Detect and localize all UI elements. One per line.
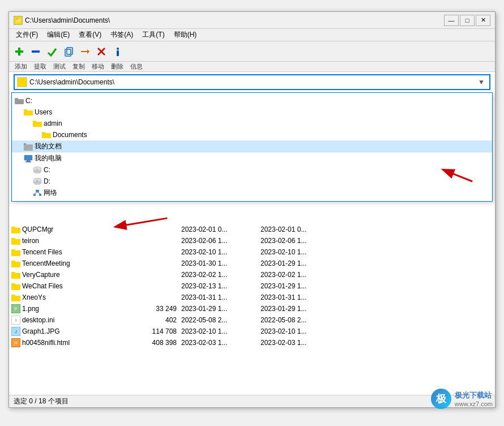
table-row[interactable]: VeryCapture 2023-02-02 1... 2023-02-02 1… [9, 269, 495, 280]
menu-bookmark[interactable]: 书签(A) [106, 29, 138, 41]
file-size-10: 408 398 [136, 339, 181, 347]
watermark: 极 极光下载站 www.xz7.com [431, 389, 493, 409]
table-row[interactable]: TencentMeeting 2023-01-30 1... 2023-01-2… [9, 258, 495, 269]
add-button[interactable] [11, 44, 27, 59]
file-name-verycapture: VeryCapture [11, 271, 136, 279]
svg-rect-18 [33, 121, 36, 122]
svg-point-9 [117, 48, 119, 50]
svg-rect-24 [27, 160, 30, 161]
path-dropdown[interactable]: C: Users admin [11, 92, 493, 202]
delete-button[interactable] [93, 44, 109, 59]
menu-help[interactable]: 帮助(H) [169, 29, 202, 41]
tree-item-mypc[interactable]: 我的电脑 [12, 152, 492, 164]
svg-rect-46 [11, 261, 15, 262]
file-date1-0: 2023-02-01 0... [181, 225, 260, 233]
tree-item-mydocs[interactable]: 我的文档 [12, 140, 492, 152]
tree-item-documents[interactable]: Documents [12, 129, 492, 140]
table-row[interactable]: Tencent Files 2023-02-10 1... 2023-02-10… [9, 246, 495, 258]
svg-rect-11 [18, 80, 26, 86]
menu-file[interactable]: 文件(F) [11, 29, 42, 41]
file-date2-2: 2023-02-10 1... [260, 248, 340, 256]
info-button[interactable] [110, 44, 126, 59]
file-date1-1: 2023-02-06 1... [181, 237, 260, 245]
close-button[interactable]: ✕ [476, 15, 490, 26]
tree-label-users: Users [35, 108, 52, 116]
file-size-8: 402 [136, 316, 181, 324]
table-row[interactable]: I desktop.ini 402 2022-05-08 2... 2022-0… [9, 314, 495, 326]
label-delete: 删除 [109, 62, 126, 71]
svg-rect-1 [15, 50, 23, 53]
address-input[interactable] [29, 78, 473, 86]
address-dropdown-button[interactable]: ▼ [476, 75, 487, 89]
address-bar-container: ▼ [9, 72, 495, 92]
watermark-logo: 极 [431, 389, 451, 409]
file-date1-3: 2023-01-30 1... [181, 259, 260, 267]
watermark-text: 极光下载站 www.xz7.com [455, 390, 493, 407]
minimize-button[interactable]: — [444, 15, 459, 26]
folder-documents-icon [41, 130, 52, 139]
window-controls: — □ ✕ [444, 15, 490, 26]
tree-label-c-root: C: [25, 97, 32, 105]
svg-rect-2 [32, 50, 40, 53]
table-row[interactable]: H h00458nifli.html 408 398 2023-02-03 1.… [9, 337, 495, 348]
svg-rect-41 [11, 239, 20, 245]
file-date2-9: 2023-02-10 1... [260, 327, 340, 335]
file-date2-6: 2023-01-31 1... [260, 293, 340, 301]
svg-rect-15 [24, 110, 33, 116]
svg-rect-22 [24, 144, 33, 151]
folder-users-icon [23, 108, 33, 117]
folder-mydocs-icon [23, 142, 33, 151]
file-date2-8: 2022-05-08 2... [260, 316, 340, 324]
tree-label-mypc: 我的电脑 [35, 154, 62, 163]
toolbar [9, 41, 495, 62]
svg-rect-49 [11, 284, 20, 290]
tree-item-c2[interactable]: C C: [12, 164, 492, 176]
table-row[interactable]: P 1.png 33 249 2023-01-29 1... 2023-01-2… [9, 303, 495, 314]
svg-rect-35 [33, 194, 36, 196]
svg-rect-36 [39, 194, 41, 196]
svg-rect-44 [11, 249, 15, 251]
label-extract: 提取 [32, 62, 49, 71]
svg-rect-39 [11, 228, 20, 233]
svg-line-37 [35, 192, 37, 194]
maximize-button[interactable]: □ [460, 15, 475, 26]
file-date1-9: 2023-02-10 1... [181, 327, 260, 335]
main-content: C: Users admin [9, 92, 495, 395]
tree-item-users[interactable]: Users [12, 107, 492, 118]
menu-view[interactable]: 查看(V) [74, 29, 106, 41]
table-row[interactable]: teiron 2023-02-06 1... 2023-02-06 1... [9, 235, 495, 246]
tree-label-documents: Documents [53, 131, 87, 139]
label-test: 测试 [51, 62, 68, 71]
drive-c-icon [14, 96, 24, 105]
table-row[interactable]: QUPCMgr 2023-02-01 0... 2023-02-01 0... [9, 224, 495, 235]
label-info: 信息 [128, 62, 145, 71]
menu-tools[interactable]: 工具(T) [138, 29, 169, 41]
move-button[interactable] [77, 44, 93, 59]
table-row[interactable]: J Graph1.JPG 114 708 2023-02-10 1... 202… [9, 326, 495, 337]
table-row[interactable]: XneoYs 2023-01-31 1... 2023-01-31 1... [9, 292, 495, 303]
svg-rect-50 [11, 283, 15, 285]
file-date1-6: 2023-01-31 1... [181, 293, 260, 301]
svg-rect-13 [15, 99, 24, 104]
tree-item-admin[interactable]: admin [12, 118, 492, 129]
file-date1-5: 2023-02-13 1... [181, 282, 260, 290]
file-list[interactable]: QUPCMgr 2023-02-01 0... 2023-02-01 0... … [9, 223, 495, 395]
file-date2-10: 2023-02-03 1... [260, 339, 340, 347]
svg-rect-10 [117, 50, 119, 56]
svg-rect-20 [42, 132, 45, 134]
svg-rect-52 [11, 295, 15, 296]
menu-edit[interactable]: 编辑(E) [42, 29, 74, 41]
file-name-tencentmeeting: TencentMeeting [11, 259, 136, 267]
extract-button[interactable] [28, 44, 44, 59]
file-date2-0: 2023-02-01 0... [260, 225, 340, 233]
svg-rect-45 [11, 262, 20, 267]
label-move: 移动 [89, 62, 106, 71]
tree-item-d[interactable]: D D: [12, 176, 492, 187]
svg-rect-23 [24, 155, 32, 160]
table-row[interactable]: WeChat Files 2023-02-13 1... 2023-01-29 … [9, 280, 495, 292]
tree-item-c-root[interactable]: C: [12, 95, 492, 107]
tree-view: C: Users admin [12, 93, 492, 201]
test-button[interactable] [44, 44, 60, 59]
copy-button[interactable] [61, 44, 76, 59]
tree-item-network[interactable]: 网络 [12, 187, 492, 199]
